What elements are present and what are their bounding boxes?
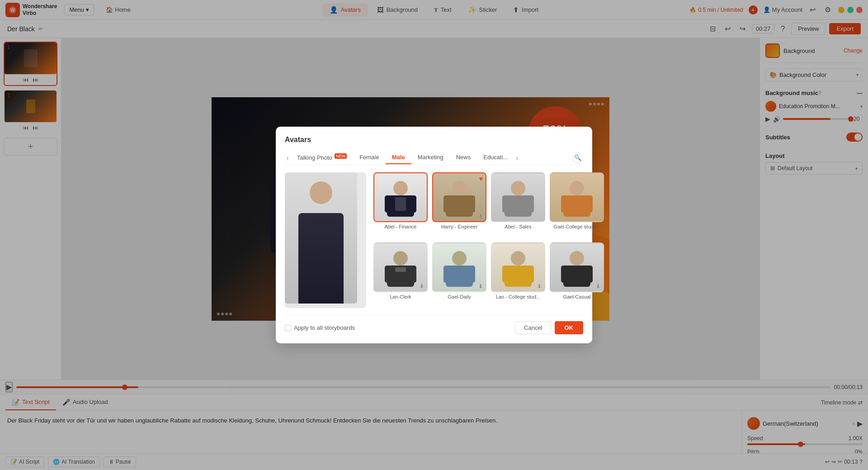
svg-rect-21 <box>467 195 475 213</box>
svg-rect-25 <box>526 195 534 213</box>
avatar-gael-casual-img: ⬇ <box>550 242 604 292</box>
avatar-gael-daily-img: ⬇ <box>432 242 486 292</box>
svg-point-13 <box>393 181 408 195</box>
cancel-button[interactable]: Cancel <box>515 321 551 334</box>
avatar-card-harry-engineer[interactable]: ♥ ⬇ Harry - Engineer <box>432 172 486 238</box>
download-icon-5: ⬇ <box>596 283 600 290</box>
svg-point-39 <box>511 251 525 266</box>
avatar-card-gael-college[interactable]: Gael-College stude... <box>550 172 604 238</box>
download-icon-4: ⬇ <box>537 283 542 290</box>
svg-rect-16 <box>408 195 416 213</box>
tabs-prev-arrow[interactable]: ‹ <box>285 152 291 163</box>
apply-all-checkbox[interactable]: Apply to all storyboards <box>285 324 355 331</box>
download-icon: ⬇ <box>478 213 483 219</box>
svg-rect-46 <box>585 266 593 283</box>
avatar-card-gael-casual[interactable]: ⬇ Gael-Casual <box>550 242 604 308</box>
download-icon-3: ⬇ <box>478 283 483 290</box>
modal-overlay: Avatars ‹ Talking Photo NEW Female Male … <box>0 0 868 470</box>
tabs-next-arrow[interactable]: › <box>514 152 520 163</box>
search-avatars-button[interactable]: 🔍 <box>572 152 583 163</box>
modal-footer: Apply to all storyboards Cancel OK <box>285 315 583 334</box>
modal-tab-male[interactable]: Male <box>386 151 411 164</box>
svg-rect-28 <box>561 195 569 213</box>
preview-figure <box>285 172 357 304</box>
male-label: Male <box>392 154 405 161</box>
svg-rect-45 <box>561 266 569 283</box>
avatar-gael-casual-name: Gael-Casual <box>563 294 590 299</box>
modal-actions: Cancel OK <box>515 321 583 334</box>
svg-point-22 <box>511 181 525 195</box>
marketing-label: Marketing <box>418 154 443 161</box>
avatar-lan-college-name: Lan - College stud... <box>496 294 540 299</box>
modal-title: Avatars <box>285 136 583 144</box>
avatar-lan-clerk-name: Lan-Clerk <box>390 294 411 299</box>
svg-rect-29 <box>585 195 593 213</box>
ok-button[interactable]: OK <box>555 321 584 334</box>
preview-body <box>298 213 344 304</box>
svg-rect-17 <box>395 197 406 211</box>
avatar-harry-engineer-name: Harry - Engineer <box>441 224 478 229</box>
avatar-card-gael-daily[interactable]: ⬇ Gael-Daily <box>432 242 486 308</box>
avatar-lan-college-img: ⬇ <box>491 242 545 292</box>
svg-rect-32 <box>385 266 393 283</box>
modal-tab-talking-photo[interactable]: Talking Photo NEW <box>291 151 354 165</box>
avatar-grid-container: Abel - Finance ♥ ⬇ Harry - Engineer <box>285 172 583 308</box>
apply-all-label: Apply to all storyboards <box>294 324 355 331</box>
avatar-abel-sales-name: Abel - Sales <box>505 224 531 229</box>
news-label: News <box>456 154 471 161</box>
svg-rect-15 <box>385 195 393 213</box>
avatar-harry-engineer-img: ♥ ⬇ <box>432 172 486 222</box>
talking-photo-label: Talking Photo <box>297 154 332 161</box>
avatar-preview-pane <box>285 172 366 308</box>
modal-tab-education[interactable]: Educati... <box>477 151 514 164</box>
download-icon-2: ⬇ <box>420 283 424 290</box>
svg-rect-24 <box>502 195 510 213</box>
avatars-modal: Avatars ‹ Talking Photo NEW Female Male … <box>276 127 592 343</box>
avatar-card-lan-clerk[interactable]: ⬇ Lan-Clerk <box>373 242 428 308</box>
modal-tab-female[interactable]: Female <box>353 151 385 164</box>
avatar-abel-finance-img <box>373 172 428 222</box>
svg-rect-37 <box>443 266 452 283</box>
avatar-abel-finance-name: Abel - Finance <box>385 224 417 229</box>
svg-rect-38 <box>467 266 475 283</box>
modal-tab-marketing[interactable]: Marketing <box>411 151 450 164</box>
education-label: Educati... <box>483 154 508 161</box>
svg-rect-20 <box>443 195 452 213</box>
avatar-grid: Abel - Finance ♥ ⬇ Harry - Engineer <box>373 172 604 308</box>
tabs-nav: ‹ <box>285 152 291 163</box>
avatar-card-abel-finance[interactable]: Abel - Finance <box>373 172 428 238</box>
svg-point-35 <box>452 251 467 266</box>
female-label: Female <box>359 154 379 161</box>
svg-point-26 <box>570 181 584 195</box>
svg-rect-34 <box>395 267 406 272</box>
avatar-gael-college-img <box>550 172 604 222</box>
svg-point-43 <box>570 251 584 266</box>
avatar-gael-daily-name: Gael-Daily <box>448 294 471 299</box>
avatar-card-lan-college[interactable]: ⬇ Lan - College stud... <box>491 242 545 308</box>
svg-point-18 <box>452 181 467 195</box>
heart-icon: ♥ <box>479 175 483 182</box>
avatar-gael-college-name: Gael-College stude... <box>553 224 600 229</box>
avatar-abel-sales-img <box>491 172 545 222</box>
svg-rect-33 <box>408 266 416 283</box>
avatar-lan-clerk-img: ⬇ <box>373 242 428 292</box>
avatar-card-abel-sales[interactable]: Abel - Sales <box>491 172 545 238</box>
modal-tab-news[interactable]: News <box>450 151 477 164</box>
svg-rect-41 <box>502 266 510 283</box>
checkbox-input[interactable] <box>285 325 291 331</box>
search-icon: 🔍 <box>574 154 581 161</box>
tabs-nav-right: › <box>514 152 520 163</box>
new-badge: NEW <box>335 153 347 159</box>
svg-point-30 <box>393 251 408 266</box>
modal-tabs: ‹ Talking Photo NEW Female Male Marketin… <box>285 151 583 165</box>
svg-rect-42 <box>526 266 534 283</box>
